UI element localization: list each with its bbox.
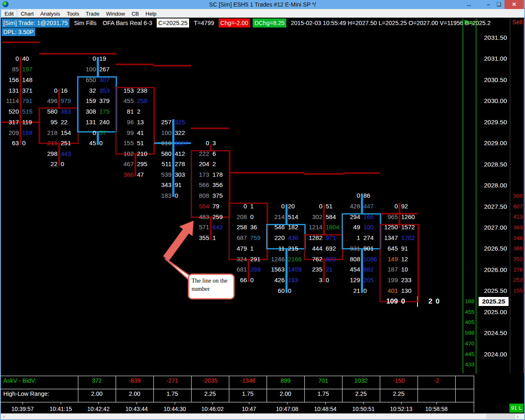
sell-column-header[interactable]: Sell [512,19,522,25]
bid-volume-cell: 692 [326,244,343,253]
ask-volume-cell: 0 [343,192,360,200]
ask-volume-cell: 386 [117,171,134,179]
bar-wick-line [58,89,60,108]
panel-column-divider [342,376,342,402]
bid-volume-cell: 40 [22,55,41,63]
askv-bidv-label: AskV - BidV: [3,376,37,385]
price-scale-label: 2027.00 [477,224,507,232]
bid-volume-cell: 13 [137,118,155,126]
time-axis-label: 10:47 [233,405,265,413]
bid-volume-cell: 1 [250,202,268,210]
bid-volume-cell: 514 [288,213,306,221]
bid-volume-cell: 154 [61,129,79,137]
ask-depth-value: 253 [510,276,523,284]
bid-volume-cell: 205 [363,276,381,284]
bid-volume-cell: 267 [99,65,117,73]
bar-wick-line [248,259,249,282]
askv-bidv-value: 899 [269,376,302,385]
trade-level-line [116,64,153,65]
range-value: 2.00 [80,389,113,398]
price-scale-label: 2029.50 [477,118,507,126]
ask-volume-cell: 645 [381,244,398,253]
ask-volume-cell: 401 [381,287,398,295]
range-value: 1.75 [156,389,189,398]
bid-volume-cell: 0 [250,213,268,221]
ask-volume-cell: 931 [343,244,360,253]
ask-volume-cell: 153 [117,87,134,95]
ask-volume-cell: 1246 [268,255,285,263]
scroll-left-icon[interactable]: ‹ [3,413,9,419]
bid-volume-cell: 1572 [401,223,419,231]
ask-volume-cell: 96 [117,118,134,126]
price-scale-label: 2030.50 [477,76,507,84]
askv-bidv-value: -150 [382,376,415,385]
price-scale-label: 2025.00 [477,308,507,316]
bid-volume-cell: 979 [61,97,79,105]
ask-volume-cell: 21 [343,287,360,295]
bid-volume-cell: 0 [288,287,306,295]
ask-volume-cell: 554 [192,202,209,210]
status-line-1: [Sim] Trade: 1@2031.75Sim FillsOFA Bars … [2,18,492,27]
bid-volume-cell: 2 [137,107,155,116]
bar-wick-line [323,259,325,282]
askv-bidv-value: 701 [307,376,340,385]
bid-volume-cell: 325 [175,118,192,126]
askv-bidv-value: -271 [156,376,189,385]
range-value: 2.25 [382,389,415,398]
bid-volume-cell: 971 [326,234,343,242]
bid-volume-cell: 210 [137,150,155,158]
buy-column-header[interactable]: Buy [464,19,474,25]
ask-depth-value: 348 [510,235,523,242]
bid-volume-cell: 12 [401,255,419,263]
ask-volume-cell: 149 [381,255,398,263]
bid-volume-cell: 0 [250,276,268,284]
ask-volume-cell: 3 [306,276,322,284]
panel-column-divider [191,376,192,402]
bid-volume-cell: 443 [61,150,79,158]
scale-column-line [476,18,476,373]
annotation-balloon[interactable]: The line on the number [188,274,235,299]
ask-volume-cell: 317 [2,118,19,126]
bid-volume-cell: 91 [401,244,419,253]
time-axis-tick [175,402,175,404]
ask-volume-cell: 1 [343,234,360,242]
bid-volume-cell: 21 [326,265,343,274]
panel-column-divider [116,376,116,402]
range-label: High-Low Range: [3,389,49,398]
bid-depth-value: 433 [463,361,476,368]
time-axis-tick [212,402,213,404]
ask-depth-value: 366 [510,245,523,252]
time-axis-tick [325,402,326,404]
ask-volume-cell: 22 [40,160,57,168]
bid-volume-cell: 258 [137,97,155,105]
scrollbar-thumb[interactable] [486,414,515,419]
panel-column-divider [153,376,154,402]
ask-volume-cell: 1347 [381,234,398,242]
bid-volume-cell: 1702 [401,234,419,242]
bid-volume-cell: 0 [175,192,192,200]
horizontal-scrollbar[interactable]: ‹ › [1,413,524,419]
panel-column-divider [267,376,267,402]
time-axis-tick [401,402,402,404]
askv-bidv-value: -1346 [231,376,264,385]
bid-volume-cell: 584 [326,213,343,221]
ask-volume-cell: 546 [268,223,285,231]
bid-volume-cell: 269 [250,265,268,274]
ask-volume-cell: 183 [155,192,171,200]
price-scale-label: 2031.00 [477,55,507,63]
ask-volume-cell: 808 [343,255,360,263]
panel-column-divider [380,376,380,402]
ask-depth-value: 352 [510,256,523,263]
bid-volume-cell: 19 [99,55,117,63]
panel-column-divider [304,376,305,402]
bid-volume-cell: 6 [212,150,230,158]
askv-bidv-value: -2 [420,376,453,385]
bid-volume-cell: 197 [22,65,41,73]
scroll-right-icon[interactable]: › [517,413,523,419]
bid-volume-cell: 2 [212,160,230,168]
ask-volume-cell: 1282 [306,234,322,242]
bid-depth-value: 445 [463,351,476,358]
ask-depth-value: 155 [510,287,523,294]
time-axis-label: 10:44:30 [158,405,191,413]
ask-volume-cell: 100 [155,129,171,137]
